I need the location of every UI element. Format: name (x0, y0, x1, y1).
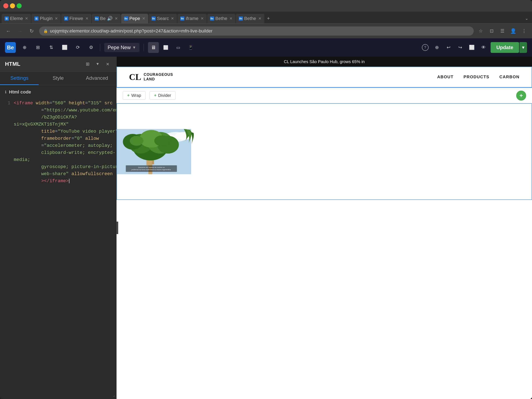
code-eq4: = (55, 129, 58, 134)
tab-style[interactable]: Style (39, 72, 77, 85)
code-attr-height: height (69, 101, 85, 106)
resize-handle[interactable]: ⌟ (113, 393, 115, 397)
redo-icon: ↪ (458, 45, 462, 50)
code-content[interactable]: <iframe width="560" height="315" src ="h… (14, 100, 116, 185)
forward-button[interactable]: → (16, 27, 24, 35)
code-tag-close: ></iframe> (41, 179, 69, 184)
nav-products[interactable]: PRODUCTS (463, 75, 489, 79)
tab-advanced[interactable]: Advanced (78, 72, 116, 85)
panel-grid-button[interactable]: ⊞ (84, 60, 91, 68)
tab-close-eleme[interactable]: ✕ (25, 16, 28, 21)
bookmark-button[interactable]: ☆ (477, 27, 485, 35)
more-button[interactable]: ⋮ (520, 27, 528, 35)
tablet-view-button[interactable]: ⬜ (160, 42, 171, 53)
tab-label-eleme: Eleme (10, 16, 23, 21)
page-settings-button[interactable]: ⬜ (60, 43, 69, 52)
tab-pepe[interactable]: Be Pepe ✕ (121, 14, 148, 23)
revisions-button[interactable]: ⟳ (73, 43, 82, 52)
undo-button[interactable]: ↩ (444, 43, 453, 52)
help-button[interactable]: ? (421, 43, 430, 52)
mobile-icon: 📱 (188, 45, 193, 50)
panel-close-icon: ✕ (106, 62, 109, 67)
content-below (117, 200, 532, 242)
panel-close-button[interactable]: ✕ (104, 60, 111, 68)
traffic-light-red[interactable] (3, 3, 8, 8)
tab-label-firewe: Firewe (70, 16, 83, 21)
profile-button[interactable]: 👤 (510, 27, 517, 35)
website-header: CL COURAGEOUS LAND ABOUT PRODUCTS CARBON (117, 67, 532, 87)
code-val-src2: /bZ3gODiCKfA?si=xQxGXMZKT16TnjMX" (14, 115, 77, 127)
tab-close-bethe-1[interactable]: ✕ (229, 16, 233, 21)
tab-close-pepe[interactable]: ✕ (142, 16, 145, 21)
tab-close-bethe-2[interactable]: ✕ (258, 16, 261, 21)
tab-bethe-1[interactable]: Be Bethe ✕ (207, 14, 236, 23)
code-space5 (69, 171, 71, 177)
traffic-light-green[interactable] (17, 3, 22, 8)
tab-close-plugin[interactable]: ✕ (55, 16, 58, 21)
main-area: HTML ⊞ ▼ ✕ Settings (0, 57, 532, 399)
tab-close-search[interactable]: ✕ (171, 16, 174, 21)
eye-button[interactable]: 👁 (479, 43, 488, 52)
tab-plugin[interactable]: B Plugin ✕ (32, 14, 61, 23)
url-bar[interactable]: 🔒 uojqmtqv.elementor.cloud/wp-admin/post… (39, 26, 474, 36)
code-space3 (102, 101, 104, 106)
section-title: Html code (9, 89, 31, 95)
layers-button[interactable]: ⊕ (432, 43, 442, 52)
code-val-title: "YouTube video player" (58, 129, 116, 134)
tab-close-firewe[interactable]: ✕ (85, 16, 89, 21)
update-button[interactable]: Update (491, 42, 519, 53)
divider-button[interactable]: + Divider (150, 91, 176, 100)
nav-about[interactable]: ABOUT (437, 75, 454, 79)
tab-label-plugin: Plugin (40, 16, 52, 21)
collapse-panel-button[interactable]: ‹ (117, 222, 118, 234)
tab-label-bethe-1: Bethe (215, 16, 228, 21)
new-tab-button[interactable]: + (265, 15, 272, 22)
navigator-button[interactable]: ⇅ (47, 43, 56, 52)
code-eq3: = (41, 108, 44, 113)
tab-settings[interactable]: Settings (0, 72, 39, 85)
page-name-selector[interactable]: Pepe New ▼ (104, 43, 139, 52)
url-text: uojqmtqv.elementor.cloud/wp-admin/post.p… (50, 28, 469, 34)
tablet-h-view-button[interactable]: ▭ (173, 42, 184, 53)
section-header: ℹ Html code (0, 85, 116, 97)
back-button[interactable]: ← (4, 27, 13, 35)
preview-button[interactable]: ⬜ (467, 43, 476, 52)
reader-view-button[interactable]: ⊡ (488, 27, 495, 35)
tab-bethe-2[interactable]: Be Bethe ✕ (236, 14, 264, 23)
nav-carbon[interactable]: CARBON (499, 75, 519, 79)
code-indent1 (14, 108, 41, 113)
settings-icon: ⚙ (89, 45, 93, 50)
toolbar-divider-2 (144, 44, 144, 51)
redo-button[interactable]: ↪ (456, 43, 465, 52)
tab-be-sound[interactable]: Be Be 🔊 ✕ (92, 14, 121, 23)
tabs-bar: B Eleme ✕ B Plugin ✕ B Firewe ✕ Be Be 🔊 … (0, 12, 532, 23)
add-element-button[interactable]: ⊕ (20, 43, 29, 52)
content-area: Queremos ser capazes de resolver os prob… (117, 103, 532, 200)
tab-iframe[interactable]: Be iframe ✕ (177, 14, 206, 23)
tab-overflow-button[interactable]: ⌄ (523, 15, 530, 22)
add-section-button[interactable]: + (516, 90, 526, 101)
sidebar-button[interactable]: ☰ (499, 27, 506, 35)
desktop-view-button[interactable]: 🖥 (148, 42, 159, 53)
code-val-allow2: clipboard-write; encrypted-media; (14, 150, 115, 162)
panel-chevron-button[interactable]: ▼ (94, 60, 101, 68)
panel-chevron-icon: ▼ (96, 62, 100, 66)
tab-close-be-sound[interactable]: ✕ (115, 16, 118, 21)
undo-icon: ↩ (447, 45, 450, 50)
tab-search[interactable]: Be Searc ✕ (149, 14, 177, 23)
svg-point-13 (130, 136, 143, 146)
tab-close-iframe[interactable]: ✕ (201, 16, 204, 21)
be-logo[interactable]: Be (5, 42, 16, 53)
code-editor[interactable]: 1 <iframe width="560" height="315" src =… (0, 97, 116, 399)
reload-button[interactable]: ↻ (27, 27, 36, 35)
line-number: 1 (3, 100, 14, 185)
settings-button[interactable]: ⚙ (87, 43, 96, 52)
update-chevron-button[interactable]: ▼ (519, 42, 527, 53)
revisions-icon: ⟳ (76, 45, 80, 50)
tab-firewe[interactable]: B Firewe ✕ (61, 14, 91, 23)
mobile-view-button[interactable]: 📱 (185, 42, 196, 53)
wrap-button[interactable]: + Wrap (123, 91, 146, 100)
traffic-light-yellow[interactable] (10, 3, 15, 8)
grid-button[interactable]: ⊞ (33, 43, 43, 52)
tab-eleme[interactable]: B Eleme ✕ (2, 14, 31, 23)
